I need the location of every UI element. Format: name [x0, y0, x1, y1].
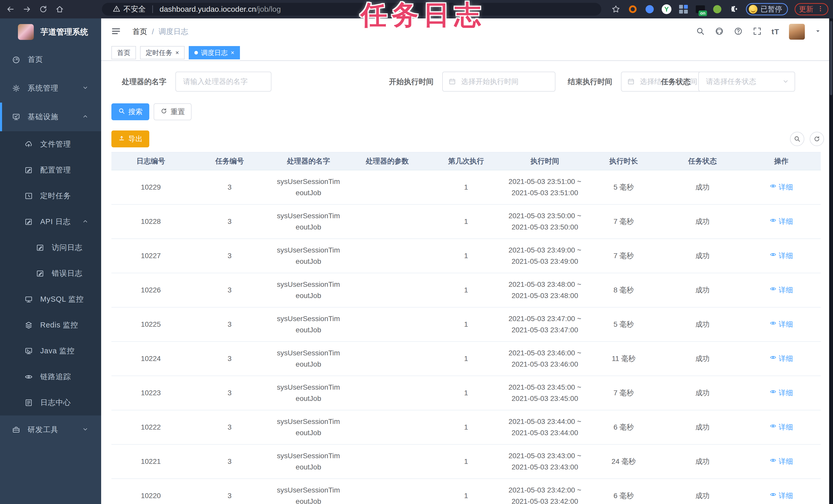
fullscreen-icon[interactable]	[753, 27, 762, 37]
cell-exec-index: 1	[427, 376, 505, 410]
begin-time-input[interactable]	[442, 72, 555, 92]
tab-close-icon[interactable]: ×	[175, 50, 179, 56]
export-upload-icon	[118, 134, 125, 144]
scrollbar-thumb[interactable]	[830, 21, 832, 95]
detail-link[interactable]: 详细	[769, 387, 793, 399]
detail-link[interactable]: 详细	[769, 284, 793, 296]
detail-link[interactable]: 详细	[769, 422, 793, 433]
tab-close-icon[interactable]: ×	[231, 50, 234, 56]
header-search-icon[interactable]	[696, 27, 705, 37]
cell-handler-name: sysUserSessionTimeoutJob	[269, 342, 348, 376]
reset-button[interactable]: 重置	[153, 103, 192, 120]
edit-square-icon	[36, 243, 45, 252]
detail-link[interactable]: 详细	[769, 250, 793, 261]
detail-link[interactable]: 详细	[769, 319, 793, 330]
home-icon[interactable]	[54, 3, 66, 15]
cell-status: 成功	[663, 239, 742, 273]
detail-link-label: 详细	[779, 456, 793, 467]
sidebar-logo-row[interactable]: 芋道管理系统	[0, 19, 101, 45]
window-scrollbar[interactable]	[829, 19, 833, 504]
sidebar-item-dev-tools[interactable]: 研发工具	[0, 415, 101, 444]
ext-on-badge-icon[interactable]: on	[695, 4, 706, 14]
detail-link[interactable]: 详细	[769, 216, 793, 227]
user-avatar[interactable]	[789, 24, 805, 40]
profile-paused-badge[interactable]: 已暂停	[746, 3, 788, 15]
sidebar-item-error-log[interactable]: 错误日志	[0, 260, 101, 286]
forward-icon[interactable]	[21, 3, 33, 15]
sidebar-item-label: 文件管理	[40, 139, 71, 149]
cell-exec-time: 2021-05-03 23:45:00 ~2021-05-03 23:45:00	[505, 376, 585, 410]
sidebar-item-file[interactable]: 文件管理	[0, 131, 101, 157]
bookmark-star-icon[interactable]	[611, 4, 621, 14]
detail-link[interactable]: 详细	[769, 353, 793, 364]
url-host: dashboard.yudao.iocoder.cn	[160, 5, 256, 14]
help-icon[interactable]	[734, 27, 743, 37]
sidebar-item-api-log[interactable]: API 日志	[0, 209, 101, 234]
cell-duration: 11 毫秒	[585, 342, 663, 376]
export-button[interactable]: 导出	[111, 130, 149, 147]
handler-name-field	[175, 72, 271, 92]
sidebar-toggle-icon[interactable]	[111, 26, 121, 37]
filter-status-label: 任务状态	[647, 72, 691, 92]
sidebar-item-log-center[interactable]: 日志中心	[0, 389, 101, 415]
chrome-update-button[interactable]: 更新	[794, 3, 828, 15]
detail-link[interactable]: 详细	[769, 456, 793, 467]
cell-duration: 6 毫秒	[585, 479, 663, 504]
cell-handler-name: sysUserSessionTimeoutJob	[269, 376, 348, 410]
status-select-input[interactable]	[698, 72, 795, 92]
sidebar-item-config[interactable]: 配置管理	[0, 157, 101, 183]
tab-调度日志[interactable]: 调度日志×	[189, 46, 240, 59]
sidebar-item-trace[interactable]: 链路追踪	[0, 364, 101, 389]
header-actions: tT	[696, 24, 821, 40]
breadcrumb: 首页 / 调度日志	[133, 27, 188, 37]
cell-actions: 详细	[742, 342, 821, 376]
eye-icon	[769, 250, 777, 261]
refresh-table-mini-button[interactable]	[810, 132, 824, 146]
tab-首页[interactable]: 首页	[111, 46, 136, 59]
cell-job-id: 3	[190, 342, 269, 376]
search-button[interactable]: 搜索	[111, 103, 149, 120]
ext-green-y-badge-icon[interactable]: Y	[662, 4, 672, 14]
sidebar-item-job[interactable]: 定时任务	[0, 183, 101, 209]
sidebar-item-java-monitor[interactable]: Java 监控	[0, 338, 101, 364]
back-icon[interactable]	[5, 3, 16, 15]
cell-duration: 7 毫秒	[585, 239, 663, 273]
sidebar-item-system[interactable]: 系统管理	[0, 74, 101, 103]
reload-icon[interactable]	[38, 3, 49, 15]
cell-exec-time: 2021-05-03 23:48:00 ~2021-05-03 23:48:00	[505, 273, 585, 307]
breadcrumb-home[interactable]: 首页	[133, 27, 147, 37]
cell-actions: 详细	[742, 479, 821, 504]
edit-square-icon	[36, 269, 45, 278]
detail-link[interactable]: 详细	[769, 490, 793, 501]
user-caret-down-icon[interactable]	[814, 28, 821, 35]
cell-log-id: 10223	[111, 376, 190, 410]
cell-handler-param	[348, 376, 427, 410]
cell-exec-time: 2021-05-03 23:50:00 ~2021-05-03 23:50:00	[505, 205, 585, 238]
handler-name-input[interactable]	[175, 72, 271, 92]
cell-job-id: 3	[190, 273, 269, 307]
sidebar-item-home[interactable]: 首页	[0, 45, 101, 74]
sidebar-item-access-log[interactable]: 访问日志	[0, 234, 101, 260]
detail-link[interactable]: 详细	[769, 182, 793, 193]
ext-green-monkey-icon[interactable]	[712, 4, 722, 14]
font-size-icon[interactable]: tT	[771, 27, 779, 36]
sidebar-item-redis-monitor[interactable]: Redis 监控	[0, 312, 101, 338]
table-row: 102263sysUserSessionTimeoutJob12021-05-0…	[111, 273, 821, 307]
screen: 不安全 dashboard.yudao.iocoder.cn /job/log …	[0, 0, 833, 504]
column-header-日志编号: 日志编号	[111, 152, 190, 170]
github-icon[interactable]	[715, 27, 724, 37]
url-bar[interactable]: 不安全 dashboard.yudao.iocoder.cn /job/log	[102, 3, 601, 16]
sidebar-item-mysql-monitor[interactable]: MySQL 监控	[0, 286, 101, 312]
ext-puzzle-icon[interactable]	[729, 4, 739, 14]
ext-grid-icon[interactable]	[678, 4, 689, 14]
cell-duration: 8 毫秒	[585, 273, 663, 307]
sidebar-item-infra[interactable]: 基础设施	[0, 103, 101, 131]
chrome-menu-dots-icon[interactable]	[817, 5, 824, 13]
ext-orange-ring-icon[interactable]	[628, 4, 638, 14]
table-row: 102253sysUserSessionTimeoutJob12021-05-0…	[111, 307, 821, 342]
job-log-table: 日志编号任务编号处理器的名字处理器的参数第几次执行执行时间执行时长任务状态操作 …	[111, 152, 821, 504]
tab-定时任务[interactable]: 定时任务×	[140, 46, 185, 59]
cell-status: 成功	[663, 273, 742, 307]
ext-blue-pin-icon[interactable]	[645, 4, 655, 14]
toggle-search-mini-button[interactable]	[790, 132, 804, 146]
